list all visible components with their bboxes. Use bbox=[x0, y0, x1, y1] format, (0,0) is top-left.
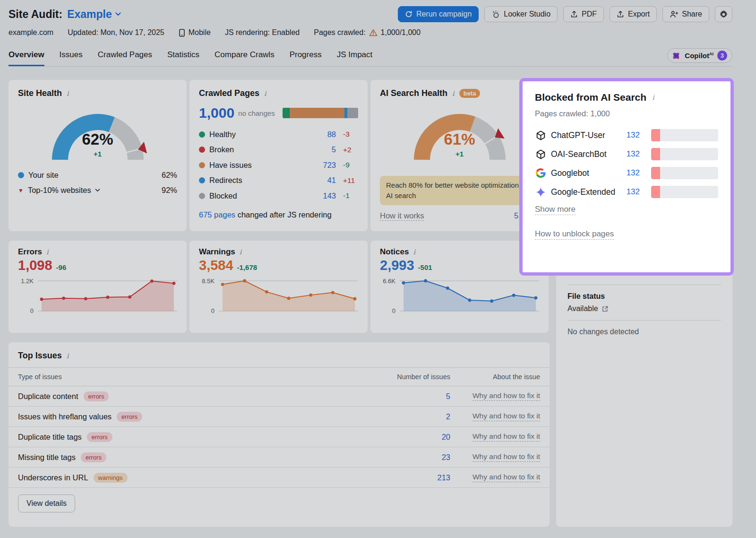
copilot-button[interactable]: CopilotAI 3 bbox=[667, 48, 732, 63]
crawled-status-label: Redirects bbox=[209, 176, 242, 185]
y-axis-max-label: 1.2K bbox=[21, 278, 34, 285]
beta-badge: beta bbox=[459, 89, 481, 98]
crawled-count-link[interactable]: 41 bbox=[316, 176, 336, 185]
info-icon[interactable]: i bbox=[451, 90, 455, 97]
blocked-count-link[interactable]: 132 bbox=[627, 149, 640, 159]
tab-issues[interactable]: Issues bbox=[60, 48, 83, 66]
bot-name: Googlebot bbox=[551, 168, 589, 178]
tab-progress[interactable]: Progress bbox=[290, 48, 322, 66]
why-how-to-fix-link[interactable]: Why and how to fix it bbox=[472, 432, 540, 442]
external-link-icon[interactable] bbox=[601, 305, 609, 312]
divider bbox=[567, 320, 721, 321]
top-issues-card: Top Issues i Type of issuesNumber of iss… bbox=[9, 342, 550, 527]
add-user-icon bbox=[670, 10, 678, 18]
site-health-gauge: 62% +1 bbox=[41, 104, 155, 165]
y-axis-zero-label: 0 bbox=[211, 307, 215, 314]
info-icon[interactable]: i bbox=[66, 90, 70, 97]
how-it-works-link[interactable]: How it works bbox=[380, 211, 424, 221]
status-dot-icon bbox=[199, 131, 205, 138]
bot-name: OAI-SearchBot bbox=[551, 149, 607, 159]
pages-crawled: Pages crawled: 1,000/1,000 bbox=[314, 28, 421, 37]
blocked-count-link[interactable]: 132 bbox=[627, 130, 640, 140]
issue-name: Underscores in URL bbox=[18, 473, 88, 482]
why-how-to-fix-link[interactable]: Why and how to fix it bbox=[472, 473, 540, 482]
tab-overview[interactable]: Overview bbox=[9, 48, 44, 66]
openai-icon bbox=[535, 148, 546, 160]
issues-col-number: Number of issues bbox=[394, 373, 450, 381]
partially-hidden-value: 5 bbox=[514, 211, 518, 220]
pages-changed-link[interactable]: 675 pages bbox=[199, 210, 235, 219]
file-status-value: Available bbox=[567, 304, 598, 313]
top-issues-column-headers: Type of issuesNumber of issuesAbout the … bbox=[9, 367, 550, 386]
campaign-meta-row: example.com Updated: Mon, Nov 17, 2025 M… bbox=[9, 27, 732, 38]
upload-icon bbox=[570, 10, 578, 18]
your-site-dot-icon bbox=[18, 172, 24, 178]
why-how-to-fix-link[interactable]: Why and how to fix it bbox=[472, 452, 540, 462]
pdf-button[interactable]: PDF bbox=[563, 6, 604, 22]
info-icon[interactable]: i bbox=[263, 90, 267, 97]
settings-button[interactable] bbox=[715, 6, 732, 22]
why-how-to-fix-link[interactable]: Why and how to fix it bbox=[472, 412, 540, 421]
crawled-count-link[interactable]: 143 bbox=[316, 191, 336, 200]
crawled-delta: -9 bbox=[340, 161, 358, 169]
tab-compare-crawls[interactable]: Compare Crawls bbox=[215, 48, 275, 66]
blocked-count-link[interactable]: 132 bbox=[627, 168, 640, 178]
google-icon bbox=[535, 167, 546, 179]
issues-col-about: About the issue bbox=[450, 373, 540, 381]
status-dot-icon bbox=[199, 193, 205, 199]
errors-count: 1,098 bbox=[18, 258, 52, 273]
share-button[interactable]: Share bbox=[662, 6, 709, 22]
domain: example.com bbox=[9, 28, 53, 37]
crawled-pages-row: Blocked143-1 bbox=[199, 188, 358, 204]
export-button[interactable]: Export bbox=[610, 6, 657, 22]
site-audit-page: Site Audit: Example Rerun campaign Looke… bbox=[0, 0, 756, 538]
info-icon[interactable]: i bbox=[239, 248, 243, 256]
issue-count-link[interactable]: 213 bbox=[394, 473, 450, 482]
benchmark-triangle-icon: ▼ bbox=[18, 188, 24, 193]
blocked-bot-row: OAI-SearchBot132 bbox=[535, 145, 718, 164]
y-axis-max-label: 8.5K bbox=[202, 278, 215, 285]
chevron-down-icon[interactable] bbox=[95, 189, 100, 192]
why-how-to-fix-link[interactable]: Why and how to fix it bbox=[472, 391, 540, 401]
show-more-link[interactable]: Show more bbox=[535, 205, 576, 215]
rerun-campaign-button[interactable]: Rerun campaign bbox=[398, 6, 479, 22]
crawled-count-link[interactable]: 5 bbox=[316, 145, 336, 154]
issue-name: Duplicate title tags bbox=[18, 433, 82, 442]
project-selector[interactable]: Example bbox=[67, 8, 121, 21]
issue-count-link[interactable]: 5 bbox=[394, 392, 450, 401]
tab-statistics[interactable]: Statistics bbox=[167, 48, 199, 66]
info-icon[interactable]: i bbox=[45, 248, 50, 256]
tab-crawled-pages[interactable]: Crawled Pages bbox=[98, 48, 152, 66]
issue-count-link[interactable]: 20 bbox=[394, 433, 450, 442]
gemini-icon bbox=[535, 186, 546, 198]
info-icon[interactable]: i bbox=[66, 352, 70, 360]
tab-js-impact[interactable]: JS Impact bbox=[337, 48, 373, 66]
ai-search-health-gauge: 61% +1 bbox=[403, 104, 516, 165]
crawled-delta: -3 bbox=[340, 130, 358, 139]
issue-count-link[interactable]: 2 bbox=[394, 412, 450, 421]
warnings-trend-chart bbox=[219, 275, 358, 317]
page-title: Site Audit: bbox=[9, 8, 62, 21]
blocked-count-link[interactable]: 132 bbox=[627, 187, 640, 197]
blocked-pages-bar-fill bbox=[651, 148, 660, 160]
file-status-label: File status bbox=[567, 292, 721, 301]
info-icon[interactable]: i bbox=[651, 94, 655, 101]
crawled-pages-total: 1,000 bbox=[199, 105, 234, 121]
issue-name: Missing title tags bbox=[18, 453, 76, 462]
view-details-button[interactable]: View details bbox=[18, 495, 75, 512]
how-to-unblock-link[interactable]: How to unblock pages bbox=[535, 229, 614, 240]
blocked-pages-bar-fill bbox=[651, 186, 660, 198]
looker-studio-button[interactable]: Looker Studio bbox=[484, 6, 558, 22]
ai-search-health-value: 61% bbox=[403, 130, 516, 148]
upload-icon bbox=[617, 10, 624, 18]
bot-name: ChatGPT-User bbox=[551, 130, 605, 140]
crawled-count-link[interactable]: 88 bbox=[316, 130, 336, 139]
blocked-pages-bar-fill bbox=[651, 129, 660, 141]
device-type: Mobile bbox=[179, 28, 211, 37]
issue-count-link[interactable]: 23 bbox=[394, 453, 450, 462]
info-icon[interactable]: i bbox=[412, 248, 416, 256]
crawled-count-link[interactable]: 723 bbox=[316, 161, 336, 170]
crawled-pages-title: Crawled Pages bbox=[199, 88, 259, 98]
issue-severity-badge: errors bbox=[81, 452, 106, 462]
gear-icon bbox=[719, 10, 728, 19]
